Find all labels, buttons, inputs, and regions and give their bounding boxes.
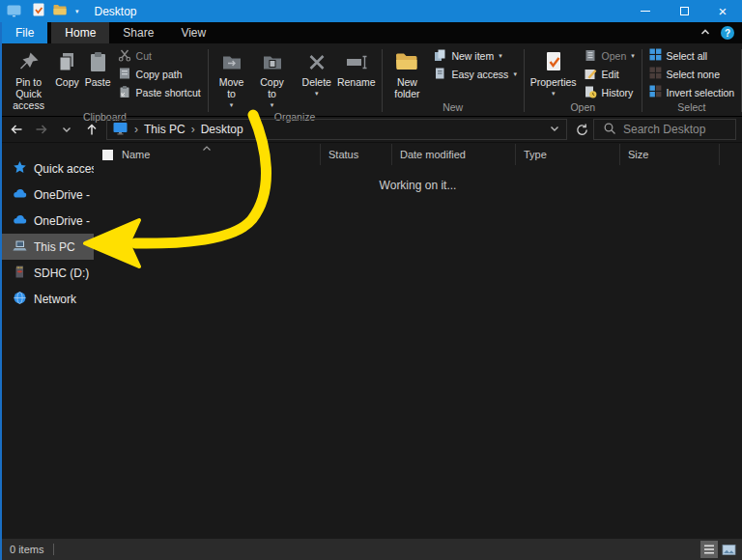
minimize-button[interactable] (626, 0, 665, 22)
sidebar-item-this-pc[interactable]: This PC (0, 234, 94, 260)
tab-file[interactable]: File (2, 22, 47, 43)
maximize-button[interactable] (665, 0, 703, 22)
copy-path-icon (118, 67, 131, 82)
ribbon-tab-bar: File Home Share View ? (0, 22, 742, 43)
tab-view[interactable]: View (167, 22, 219, 43)
edit-icon (584, 67, 597, 82)
select-all-label: Select all (667, 50, 708, 62)
refresh-icon[interactable] (570, 118, 593, 141)
address-bar[interactable]: › This PC › Desktop (106, 119, 567, 140)
edit-button[interactable]: Edit (580, 65, 639, 83)
invert-selection-button[interactable]: Invert selection (645, 83, 739, 101)
sidebar-item-network[interactable]: Network (0, 286, 94, 312)
delete-button[interactable]: Delete ▾ (300, 43, 334, 99)
history-label: History (602, 87, 634, 98)
open-label: Open (602, 50, 627, 62)
properties-caret-icon: ▾ (552, 88, 556, 99)
delete-label: Delete (302, 76, 331, 88)
ribbon-group-open: Properties ▾ Open ▾ E (525, 43, 642, 116)
sidebar-item-quick-access[interactable]: Quick access (0, 155, 94, 182)
copy-to-caret-icon: ▾ (271, 99, 274, 111)
select-all-checkbox[interactable] (102, 150, 113, 160)
navigation-pane: Quick access OneDrive - OneDrive - This … (0, 144, 94, 539)
column-label: Size (628, 149, 648, 160)
paste-shortcut-icon (118, 85, 131, 100)
search-input[interactable]: Search Desktop (593, 119, 736, 140)
sidebar-item-label: This PC (34, 240, 75, 254)
tab-share[interactable]: Share (109, 22, 167, 43)
qat-dropdown-icon[interactable]: ▾ (75, 8, 79, 15)
sort-ascending-icon (202, 143, 212, 154)
invert-selection-icon (649, 85, 662, 99)
properties-button[interactable]: Properties ▾ (528, 43, 580, 99)
back-button[interactable] (4, 118, 29, 141)
select-none-button[interactable]: Select none (645, 65, 739, 83)
paste-shortcut-label: Paste shortcut (136, 87, 201, 98)
copy-to-button[interactable]: Copy to ▾ (252, 43, 293, 111)
column-header-size[interactable]: Size (620, 144, 720, 165)
select-all-button[interactable]: Select all (645, 46, 739, 65)
breadcrumb-this-pc[interactable]: This PC (144, 123, 186, 136)
address-history-dropdown-icon[interactable] (549, 123, 560, 137)
pin-to-quick-access-button[interactable]: Pin to Quick access (5, 43, 52, 111)
minimize-ribbon-icon[interactable] (699, 26, 711, 41)
star-icon (13, 160, 27, 178)
new-folder-icon (393, 46, 420, 76)
help-icon[interactable]: ? (721, 26, 734, 40)
move-to-label: Move to (214, 76, 249, 99)
breadcrumb-desktop[interactable]: Desktop (201, 123, 243, 136)
move-to-icon (220, 46, 243, 76)
desktop-app-icon (7, 5, 21, 17)
open-button[interactable]: Open ▾ (580, 46, 639, 65)
copy-button[interactable]: Copy (52, 43, 82, 88)
new-folder-label: New folder (387, 76, 426, 99)
easy-access-button[interactable]: Easy access ▾ (429, 65, 520, 83)
tab-home[interactable]: Home (51, 22, 109, 43)
copy-path-button[interactable]: Copy path (114, 65, 205, 83)
window-accent-border (0, 22, 2, 560)
invert-selection-label: Invert selection (667, 87, 735, 98)
paste-label: Paste (85, 76, 111, 88)
new-folder-qat-icon[interactable] (53, 4, 67, 18)
sidebar-item-onedrive-2[interactable]: OneDrive - (0, 208, 94, 234)
recent-locations-button[interactable] (54, 118, 79, 141)
new-item-button[interactable]: New item ▾ (429, 46, 520, 65)
close-button[interactable]: × (703, 0, 742, 22)
properties-qat-icon[interactable] (33, 3, 44, 19)
column-header-type[interactable]: Type (516, 144, 620, 165)
location-desktop-icon (113, 122, 128, 138)
column-label: Type (524, 149, 547, 160)
history-button[interactable]: History (580, 83, 639, 101)
details-view-button[interactable] (700, 541, 718, 558)
select-all-icon (649, 48, 662, 63)
rename-button[interactable]: Rename (334, 43, 379, 88)
sidebar-item-onedrive-1[interactable]: OneDrive - (0, 182, 94, 208)
quick-access-toolbar: ▾ (33, 3, 79, 19)
properties-icon (542, 46, 565, 76)
new-folder-button[interactable]: New folder (385, 43, 429, 99)
large-icons-view-button[interactable] (720, 541, 737, 558)
new-item-icon (433, 48, 446, 64)
up-button[interactable] (79, 118, 104, 141)
address-toolbar: › This PC › Desktop Search Desktop (0, 117, 742, 143)
copy-path-label: Copy path (136, 69, 183, 80)
paste-shortcut-button[interactable]: Paste shortcut (114, 83, 205, 101)
forward-button[interactable] (29, 118, 54, 141)
computer-icon (13, 238, 27, 256)
titlebar[interactable]: ▾ Desktop × (0, 0, 742, 22)
paste-button[interactable]: Paste (82, 43, 114, 88)
copy-label: Copy (55, 76, 79, 88)
tabrow-right-controls: ? (699, 22, 734, 43)
move-to-button[interactable]: Move to ▾ (212, 43, 252, 111)
column-header-status[interactable]: Status (321, 144, 392, 165)
column-header-date-modified[interactable]: Date modified (392, 144, 516, 165)
delete-icon (305, 46, 328, 76)
rename-icon (344, 46, 369, 76)
help-glyph: ? (725, 28, 730, 39)
select-none-icon (649, 67, 662, 81)
copy-to-label: Copy to (255, 76, 290, 99)
sidebar-item-sdhc-drive[interactable]: SDHC (D:) (0, 260, 94, 286)
cut-button[interactable]: Cut (114, 46, 205, 65)
ribbon-group-select: Select all Select none Invert selection (642, 43, 742, 116)
file-list-pane: Name Status Date modified Type Size Work… (94, 144, 742, 539)
